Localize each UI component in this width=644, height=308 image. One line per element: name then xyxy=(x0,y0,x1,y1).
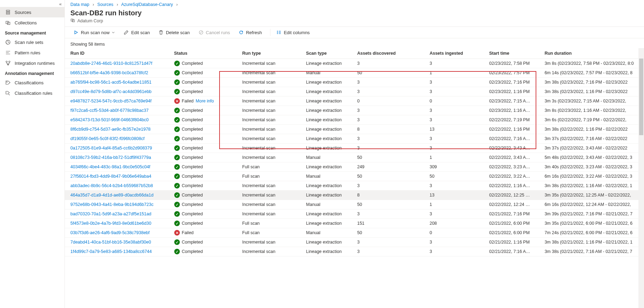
column-header-assets-ingested[interactable]: Assets ingested xyxy=(427,48,486,59)
status-text: Completed xyxy=(182,240,203,245)
sidebar-item-sources[interactable]: Sources xyxy=(0,7,64,17)
start-time-cell: 02/21/2022, 7:16 PM xyxy=(486,209,542,219)
collapse-icon[interactable]: « xyxy=(59,1,62,7)
table-row[interactable]: df19055f-0e65-5c0f-83f2-f096fc0808cf✓Com… xyxy=(65,134,644,144)
run-scan-now-button[interactable]: Run scan now xyxy=(70,28,118,37)
run-id-link[interactable]: 7deabd41-40ca-51bf-bb16-35e38abf30e0 xyxy=(70,240,151,245)
table-row[interactable]: d97cc49e-8d79-5d8b-af7c-ac4dd3961ebb✓Com… xyxy=(65,87,644,97)
column-header-assets-discovered[interactable]: Assets discovered xyxy=(354,48,427,59)
run-id-link[interactable]: 20abdb8e-2746-46d1-9310-8c812571d47f xyxy=(70,61,152,66)
assets-ingested-cell: 0 xyxy=(427,228,486,238)
run-id-link[interactable]: 08108c73-59b2-416a-bb72-51df9f43779a xyxy=(70,155,151,160)
breadcrumb-sources[interactable]: Sources xyxy=(97,2,113,7)
table-row[interactable]: 08108c73-59b2-416a-bb72-51df9f43779a✓Com… xyxy=(65,153,644,162)
table-row[interactable]: b66512bf-bf5e-4a36-9398-bc0ca378fcf2✓Com… xyxy=(65,68,644,78)
status-text: Completed xyxy=(182,108,203,113)
run-duration-cell: 3m 40s (02/22/2022, 3:23 AM - 02/22/2022… xyxy=(542,162,644,172)
run-id-link[interactable]: e9487827-5234-547c-9ccb-d57ca769e94f xyxy=(70,99,152,103)
run-id-link[interactable]: 0a172505-81e9-4af4-85a5-cc6b2d908379 xyxy=(70,146,152,151)
run-id-link[interactable]: 4034f66c-4be4-483c-98a1-9bc0e505c04f xyxy=(70,164,150,169)
refresh-icon xyxy=(238,30,244,35)
success-icon: ✓ xyxy=(174,211,180,217)
scan-type-cell: Lineage extraction xyxy=(303,162,354,172)
status-text: Completed xyxy=(182,146,203,151)
status-text: Completed xyxy=(182,127,203,132)
breadcrumb-source-name[interactable]: AzureSqlDatabase-Canary xyxy=(121,2,173,7)
assets-discovered-cell: 3 xyxy=(354,181,427,191)
column-header-run-type[interactable]: Run type xyxy=(239,48,303,59)
chevron-right-icon: › xyxy=(93,2,94,7)
run-id-link[interactable]: 1f4d99c7-0a79-5e83-a685-134ba8cc6744 xyxy=(70,249,152,254)
run-type-cell: Incremental scan xyxy=(239,209,303,219)
table-row[interactable]: bad70320-70a1-5d9f-a23a-a27df5e151ad✓Com… xyxy=(65,209,644,219)
sidebar-item-pattern-rules[interactable]: Pattern rules xyxy=(0,47,64,58)
table-row[interactable]: 5f4573e8-0b2e-4a7b-9fd3-8e0d61be6d30✓Com… xyxy=(65,219,644,228)
sidebar-item-classifications[interactable]: Classifications xyxy=(0,77,64,88)
delete-scan-button[interactable]: Delete scan xyxy=(155,28,193,37)
status-text: Completed xyxy=(182,202,203,207)
table-row[interactable]: abb3adec-8b9c-56c4-b2b4-b559687b52b8✓Com… xyxy=(65,181,644,191)
run-id-link[interactable]: ab765f94-bc98-56c1-acd5-6c4adbe11851 xyxy=(70,80,152,85)
run-id-link[interactable]: df19055f-0e65-5c0f-83f2-f096fc0808cf xyxy=(70,136,145,141)
cancel-runs-button: Cancel runs xyxy=(196,28,233,37)
run-id-link[interactable]: 8f6cb9d9-c754-5d37-ae9c-fb357e2e1978 xyxy=(70,127,151,132)
status-cell: ✓Completed xyxy=(174,126,237,132)
more-info-link[interactable]: More info xyxy=(196,99,214,103)
column-header-run-id[interactable]: Run ID xyxy=(65,48,171,59)
run-id-link[interactable]: b66512bf-bf5e-4a36-9398-bc0ca378fcf2 xyxy=(70,70,148,75)
table-row[interactable]: f97c2ca6-ccf5-53d4-ab0f-6778c98bac37✓Com… xyxy=(65,106,644,115)
run-id-link[interactable]: 464a35d7-d1a9-4d1d-ae89-d0acdb66da1d xyxy=(70,193,153,198)
column-header-status[interactable]: Status xyxy=(171,48,240,59)
run-id-link[interactable]: abb3adec-8b9c-56c4-b2b4-b559687b52b8 xyxy=(70,183,153,188)
sidebar-item-label: Sources xyxy=(15,10,31,15)
vertical-scrollbar[interactable] xyxy=(638,48,644,308)
table-row[interactable]: 464a35d7-d1a9-4d1d-ae89-d0acdb66da1d✓Com… xyxy=(65,191,644,200)
table-row[interactable]: 27f56014-fbd3-4dd9-8b47-9b06e649aba4✓Com… xyxy=(65,172,644,181)
run-id-link[interactable]: 03b7f3d6-ae26-4af6-9ad9-5c38c7938ebf xyxy=(70,230,150,235)
sidebar-item-integration-runtimes[interactable]: Integration runtimes xyxy=(0,58,64,68)
column-header-scan-type[interactable]: Scan type xyxy=(303,48,354,59)
table-row[interactable]: 8f6cb9d9-c754-5d37-ae9c-fb357e2e1978✓Com… xyxy=(65,125,644,134)
table-row[interactable]: 4034f66c-4be4-483c-98a1-9bc0e505c04f✓Com… xyxy=(65,162,644,172)
scan-type-cell: Manual xyxy=(303,153,354,162)
run-id-link[interactable]: e5842473-f13d-501f-969f-04663f804bc0 xyxy=(70,117,149,122)
table-row[interactable]: ab765f94-bc98-56c1-acd5-6c4adbe11851✓Com… xyxy=(65,78,644,87)
scan-type-cell: Lineage extraction xyxy=(303,238,354,247)
table-row[interactable]: 9752e68b-0943-4a41-8eba-9b194d6b723c✓Com… xyxy=(65,200,644,209)
edit-scan-button[interactable]: Edit scan xyxy=(121,28,152,37)
run-id-link[interactable]: 5f4573e8-0b2e-4a7b-9fd3-8e0d61be6d30 xyxy=(70,221,151,226)
assets-ingested-cell: 1 xyxy=(427,68,486,78)
run-id-link[interactable]: bad70320-70a1-5d9f-a23a-a27df5e151ad xyxy=(70,211,151,216)
sidebar-item-collections[interactable]: Collections xyxy=(0,17,64,28)
run-duration-cell: 6m 14s (02/23/2022, 7:57 PM - 02/23/2022… xyxy=(542,68,644,78)
table-row[interactable]: 0a172505-81e9-4af4-85a5-cc6b2d908379✓Com… xyxy=(65,144,644,153)
assets-discovered-cell: 3 xyxy=(354,144,427,153)
column-header-run-duration[interactable]: Run duration xyxy=(542,48,644,59)
run-id-link[interactable]: f97c2ca6-ccf5-53d4-ab0f-6778c98bac37 xyxy=(70,108,148,113)
sidebar-item-label: Pattern rules xyxy=(15,50,40,55)
sidebar-item-classification-rules[interactable]: Classification rules xyxy=(0,88,64,98)
scrollbar-thumb[interactable] xyxy=(639,59,643,135)
table-row[interactable]: e9487827-5234-547c-9ccb-d57ca769e94f✕Fai… xyxy=(65,97,644,106)
run-id-link[interactable]: 9752e68b-0943-4a41-8eba-9b194d6b723c xyxy=(70,202,153,207)
assets-ingested-cell: 3 xyxy=(427,181,486,191)
table-wrap[interactable]: Run ID Status Run type Scan type Assets … xyxy=(65,48,644,308)
table-row[interactable]: 7deabd41-40ca-51bf-bb16-35e38abf30e0✓Com… xyxy=(65,238,644,247)
refresh-button[interactable]: Refresh xyxy=(236,28,265,37)
sidebar-item-scan-rule-sets[interactable]: Scan rule sets xyxy=(0,37,64,47)
scan-type-cell: Lineage extraction xyxy=(303,115,354,125)
column-header-start-time[interactable]: Start time xyxy=(486,48,542,59)
edit-columns-button[interactable]: Edit columns xyxy=(273,28,312,37)
table-row[interactable]: 20abdb8e-2746-46d1-9310-8c812571d47f✓Com… xyxy=(65,59,644,68)
scan-type-cell: Lineage extraction xyxy=(303,209,354,219)
run-type-cell: Incremental scan xyxy=(239,144,303,153)
run-id-link[interactable]: 27f56014-fbd3-4dd9-8b47-9b06e649aba4 xyxy=(70,174,151,179)
status-cell: ✕FailedMore info xyxy=(174,98,237,104)
start-time-cell: 02/22/2022, 3:23 A… xyxy=(486,162,542,172)
breadcrumb-data-map[interactable]: Data map xyxy=(70,2,89,7)
table-row[interactable]: 03b7f3d6-ae26-4af6-9ad9-5c38c7938ebf✕Fai… xyxy=(65,228,644,238)
success-icon: ✓ xyxy=(174,164,180,170)
run-id-link[interactable]: d97cc49e-8d79-5d8b-af7c-ac4dd3961ebb xyxy=(70,89,152,94)
table-row[interactable]: e5842473-f13d-501f-969f-04663f804bc0✓Com… xyxy=(65,115,644,125)
table-row[interactable]: 1f4d99c7-0a79-5e83-a685-134ba8cc6744✓Com… xyxy=(65,247,644,256)
